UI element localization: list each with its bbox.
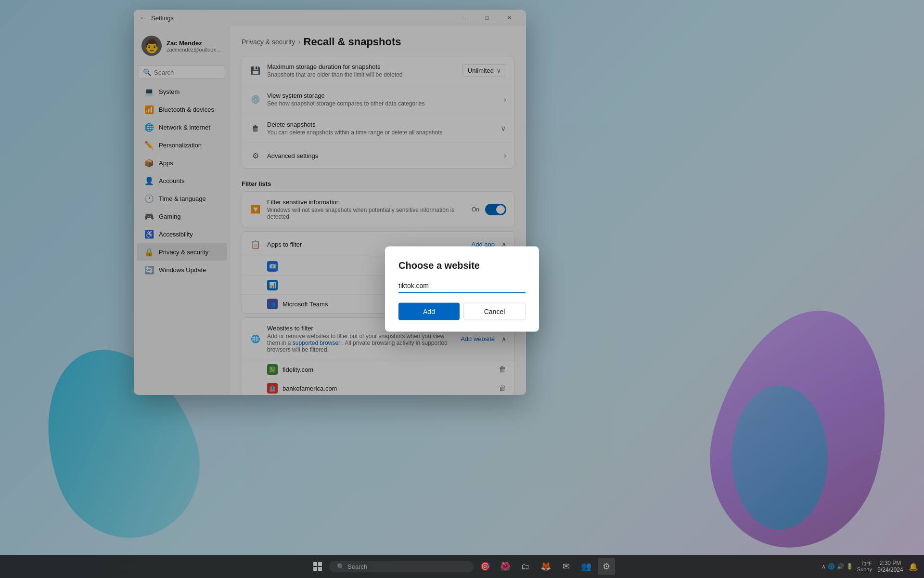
- dialog-cancel-button[interactable]: Cancel: [463, 303, 526, 320]
- website-input[interactable]: [398, 279, 526, 293]
- dialog-buttons: Add Cancel: [398, 303, 526, 320]
- dialog-add-button[interactable]: Add: [398, 303, 460, 320]
- dialog-overlay[interactable]: Choose a website Add Cancel: [0, 0, 924, 578]
- dialog-title: Choose a website: [398, 260, 526, 271]
- choose-website-dialog: Choose a website Add Cancel: [385, 247, 539, 332]
